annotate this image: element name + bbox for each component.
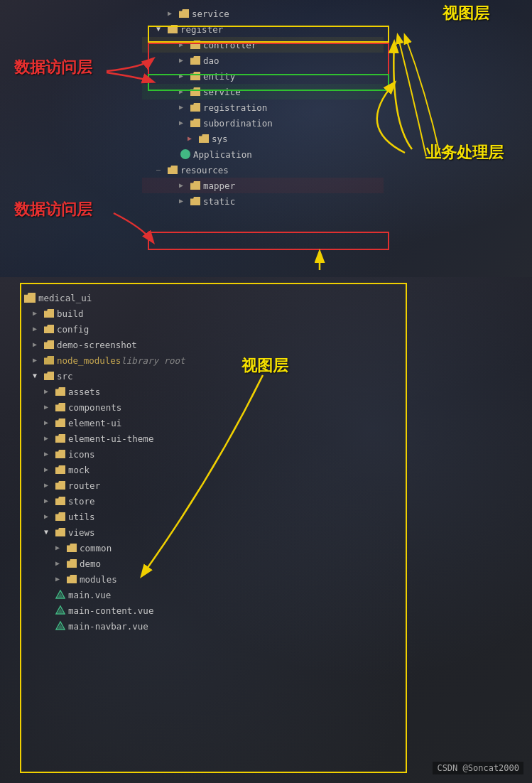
item-label: registration <box>203 102 267 113</box>
folder-icon <box>190 181 200 190</box>
item-label: views <box>68 527 95 538</box>
tree-item-controller: ▶ controller <box>142 37 384 53</box>
tree-arrow: ▼ <box>156 24 166 34</box>
item-label: build <box>57 308 84 319</box>
item-label: register <box>180 24 223 35</box>
tree-item-mock: ▶ mock <box>21 462 405 477</box>
item-label: resources <box>180 165 229 176</box>
folder-icon <box>44 340 54 349</box>
folder-icon <box>190 72 200 80</box>
tree-item-store: ▶ store <box>21 493 405 509</box>
tree-item-mapper: ▶ mapper <box>142 178 384 193</box>
tree-item-node-modules: ▶ node_modules library root <box>21 352 405 368</box>
tree-item-views: ▼ views <box>21 524 405 540</box>
item-label: entity <box>203 71 235 82</box>
folder-icon <box>55 497 65 505</box>
tree-arrow: ▶ <box>55 574 65 584</box>
folder-icon <box>190 197 200 205</box>
folder-icon <box>44 325 54 333</box>
folder-icon <box>190 56 200 65</box>
tree-item-resources: — resources <box>142 162 384 178</box>
tree-item-dao: ▶ dao <box>142 53 384 68</box>
library-root-label: library root <box>121 355 185 366</box>
folder-icon <box>44 309 54 318</box>
tree-arrow: ▶ <box>168 9 178 18</box>
tree-arrow: ▶ <box>179 71 189 81</box>
tree-item-common: ▶ common <box>21 540 405 556</box>
item-label: static <box>203 196 235 207</box>
app-icon <box>180 149 190 159</box>
folder-icon <box>55 434 65 443</box>
tree-arrow: ▶ <box>33 308 43 318</box>
tree-item-demo: ▶ demo <box>21 556 405 571</box>
vue-icon <box>55 605 65 615</box>
folder-icon <box>179 9 189 18</box>
tree-item-components: ▶ components <box>21 399 405 415</box>
folder-icon <box>168 166 178 174</box>
item-label: demo <box>80 558 101 569</box>
item-label: Application <box>193 149 252 160</box>
item-label: node_modules <box>57 355 121 366</box>
tree-arrow: ▶ <box>44 465 54 475</box>
bottom-panel: 视图层 medical_ui ▶ build ▶ config <box>0 277 532 783</box>
tree-item-config: ▶ config <box>21 321 405 337</box>
tree-arrow: ▶ <box>33 340 43 350</box>
item-label: main.vue <box>68 590 111 600</box>
tree-item-modules: ▶ modules <box>21 571 405 587</box>
tree-arrow: ▶ <box>44 402 54 412</box>
item-label: service <box>203 87 241 97</box>
vue-icon <box>55 590 65 600</box>
item-label: service <box>192 9 229 19</box>
tree-arrow: ▶ <box>188 134 197 144</box>
tree-arrow: ▶ <box>179 87 189 97</box>
watermark: CSDN @Soncat2000 <box>433 762 523 774</box>
tree-item-service-inner: ▶ service <box>142 84 384 99</box>
folder-icon <box>168 25 178 33</box>
vue-icon <box>55 621 65 631</box>
item-label: subordination <box>203 118 273 129</box>
tree-arrow: ▶ <box>44 496 54 506</box>
tree-item-build: ▶ build <box>21 306 405 321</box>
folder-icon <box>67 544 77 552</box>
tree-arrow: ▼ <box>33 371 43 381</box>
tree-item-main-navbar-vue: main-navbar.vue <box>21 618 405 634</box>
label-data-access-bottom: 数据访问层 <box>14 199 92 220</box>
item-label: config <box>57 324 89 335</box>
item-label: utils <box>68 512 95 522</box>
folder-icon <box>190 103 200 112</box>
item-label: mapper <box>203 180 235 191</box>
tree-arrow: ▶ <box>44 418 54 428</box>
tree-item-service: ▶ service <box>142 6 384 21</box>
tree-item-src: ▼ src <box>21 368 405 384</box>
tree-item-sys: ▶ sys <box>142 131 384 146</box>
tree-item-element-ui: ▶ element-ui <box>21 415 405 431</box>
tree-item-application: Application <box>142 146 384 162</box>
item-label: icons <box>68 449 95 460</box>
tree-item-static: ▶ static <box>142 193 384 209</box>
label-data-access-top: 数据访问层 <box>14 57 92 78</box>
item-label: modules <box>80 574 117 585</box>
item-label: components <box>68 402 121 413</box>
tree-arrow: ▶ <box>179 40 189 50</box>
tree-item-router: ▶ router <box>21 477 405 493</box>
tree-arrow: ▶ <box>179 102 189 112</box>
item-label: store <box>68 496 95 507</box>
tree-item-demo-screenshot: ▶ demo-screenshot <box>21 337 405 352</box>
item-label: assets <box>68 387 100 397</box>
tree-item-entity: ▶ entity <box>142 68 384 84</box>
folder-icon <box>55 387 65 396</box>
folder-icon <box>44 356 54 364</box>
folder-icon <box>67 559 77 568</box>
top-panel: ▶ service ▼ register ▶ controller ▶ dao <box>0 0 532 277</box>
tree-arrow: ▶ <box>179 55 189 65</box>
item-label: main-navbar.vue <box>68 621 148 632</box>
file-tree-top: ▶ service ▼ register ▶ controller ▶ dao <box>142 0 384 215</box>
tree-item-register: ▼ register <box>142 21 384 37</box>
tree-arrow: ▶ <box>44 512 54 522</box>
tree-arrow: ▶ <box>44 449 54 459</box>
tree-arrow: ▶ <box>55 543 65 553</box>
item-label: controller <box>203 40 256 50</box>
tree-arrow: ▶ <box>179 118 189 128</box>
tree-arrow: ▶ <box>44 387 54 396</box>
tree-arrow: ▼ <box>44 527 54 537</box>
